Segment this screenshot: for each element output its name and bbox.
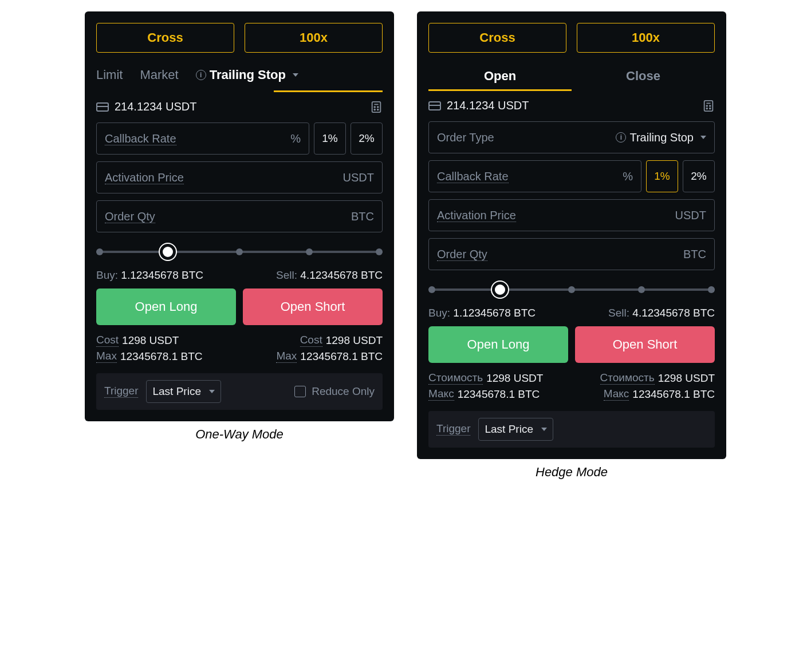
activation-price-label: Activation Price xyxy=(437,209,516,222)
wallet-icon xyxy=(96,102,109,112)
max-value-short: 12345678.1 BTC xyxy=(300,350,383,363)
cost-value-long: 1298 USDT xyxy=(486,372,543,385)
trigger-select[interactable]: Last Price xyxy=(478,418,553,441)
order-qty-label: Order Qty xyxy=(437,248,487,261)
svg-point-3 xyxy=(377,106,379,108)
open-long-button[interactable]: Open Long xyxy=(428,326,568,363)
svg-point-5 xyxy=(377,109,379,110)
info-icon[interactable]: i xyxy=(196,70,206,80)
tab-open[interactable]: Open xyxy=(428,63,572,89)
callback-rate-input[interactable]: Callback Rate % xyxy=(428,160,641,192)
cost-value-short: 1298 USDT xyxy=(326,334,383,347)
svg-point-10 xyxy=(706,108,707,109)
tab-limit[interactable]: Limit xyxy=(96,63,123,87)
activation-price-unit: USDT xyxy=(343,171,374,184)
tab-trailing-stop[interactable]: i Trailing Stop xyxy=(196,63,298,87)
svg-point-4 xyxy=(374,109,375,110)
activation-price-input[interactable]: Activation Price USDT xyxy=(428,199,715,231)
svg-rect-0 xyxy=(372,101,381,112)
callback-rate-label: Callback Rate xyxy=(105,132,176,145)
sell-value: 4.12345678 BTC xyxy=(632,307,715,319)
slider-thumb[interactable] xyxy=(160,244,176,260)
order-type-tabs: Limit Market i Trailing Stop xyxy=(96,63,383,87)
order-qty-unit: BTC xyxy=(351,210,374,223)
callback-rate-input[interactable]: Callback Rate % xyxy=(96,122,309,155)
chevron-down-icon xyxy=(700,136,706,139)
margin-mode-button[interactable]: Cross xyxy=(96,23,234,53)
leverage-button[interactable]: 100x xyxy=(577,23,715,53)
chevron-down-icon xyxy=(541,428,547,431)
cost-label-short: Cost xyxy=(300,334,322,347)
trigger-value: Last Price xyxy=(485,423,533,436)
callback-rate-unit: % xyxy=(623,170,633,183)
reduce-only-toggle[interactable]: Reduce Only xyxy=(294,385,375,398)
svg-rect-6 xyxy=(704,100,713,110)
order-qty-label: Order Qty xyxy=(105,210,155,223)
svg-point-9 xyxy=(710,105,711,106)
balance-value: 214.1234 USDT xyxy=(115,100,196,113)
svg-point-2 xyxy=(374,106,375,108)
order-qty-input[interactable]: Order Qty BTC xyxy=(96,200,383,232)
max-value-short: 12345678.1 BTC xyxy=(632,388,715,401)
trigger-label: Trigger xyxy=(104,385,138,398)
cost-value-long: 1298 USDT xyxy=(122,334,179,347)
tab-market[interactable]: Market xyxy=(140,63,178,87)
calculator-icon[interactable] xyxy=(370,101,383,113)
reduce-only-label: Reduce Only xyxy=(312,385,375,398)
trigger-label: Trigger xyxy=(436,423,470,436)
info-icon[interactable]: i xyxy=(616,132,626,143)
max-label-short: Макс xyxy=(604,388,629,401)
activation-price-input[interactable]: Activation Price USDT xyxy=(96,161,383,193)
activation-price-unit: USDT xyxy=(675,209,706,222)
chevron-down-icon xyxy=(209,390,215,393)
order-type-select[interactable]: Order Type i Trailing Stop xyxy=(428,121,715,153)
sell-value: 4.12345678 BTC xyxy=(300,269,383,281)
callback-rate-unit: % xyxy=(290,132,301,145)
slider-ticks xyxy=(96,248,383,255)
buy-label: Buy: xyxy=(428,307,450,319)
slider-ticks xyxy=(428,286,715,293)
order-panel-oneway: Cross 100x Limit Market i Trailing Stop … xyxy=(85,11,394,421)
leverage-button[interactable]: 100x xyxy=(245,23,383,53)
balance-value: 214.1234 USDT xyxy=(447,99,529,112)
active-tab-underline xyxy=(428,89,572,91)
wallet-icon xyxy=(428,101,441,110)
callback-chip-2[interactable]: 2% xyxy=(683,160,715,192)
chevron-down-icon xyxy=(293,73,298,77)
order-qty-unit: BTC xyxy=(683,248,706,261)
qty-slider[interactable] xyxy=(428,283,715,297)
slider-thumb[interactable] xyxy=(492,282,508,298)
callback-rate-label: Callback Rate xyxy=(437,170,509,183)
active-tab-underline xyxy=(274,90,383,92)
svg-point-11 xyxy=(710,108,711,109)
max-label-long: Max xyxy=(96,350,117,363)
tab-close[interactable]: Close xyxy=(572,63,715,89)
svg-point-8 xyxy=(706,105,707,106)
buy-label: Buy: xyxy=(96,269,118,281)
order-panel-hedge: Cross 100x Open Close 214.1234 USDT Orde… xyxy=(417,11,726,459)
open-short-button[interactable]: Open Short xyxy=(575,326,715,363)
caption-oneway: One-Way Mode xyxy=(195,427,284,442)
checkbox-icon xyxy=(294,386,306,397)
sell-label: Sell: xyxy=(276,269,297,281)
callback-chip-2[interactable]: 2% xyxy=(351,122,383,155)
qty-slider[interactable] xyxy=(96,245,383,259)
max-label-short: Max xyxy=(276,350,297,363)
cost-label-long: Cost xyxy=(96,334,119,347)
open-short-button[interactable]: Open Short xyxy=(243,288,383,325)
open-long-button[interactable]: Open Long xyxy=(96,288,236,325)
tab-trailing-label: Trailing Stop xyxy=(210,68,286,82)
buy-value: 1.12345678 BTC xyxy=(453,307,536,319)
cost-label-long: Стоимость xyxy=(428,372,483,385)
buy-value: 1.12345678 BTC xyxy=(121,269,203,281)
max-value-long: 12345678.1 BTC xyxy=(458,388,540,401)
max-label-long: Макс xyxy=(428,388,454,401)
position-tabs: Open Close xyxy=(428,63,715,89)
callback-chip-1[interactable]: 1% xyxy=(314,122,346,155)
calculator-icon[interactable] xyxy=(702,100,715,112)
cost-value-short: 1298 USDT xyxy=(658,372,715,385)
order-qty-input[interactable]: Order Qty BTC xyxy=(428,238,715,270)
trigger-select[interactable]: Last Price xyxy=(146,380,221,403)
margin-mode-button[interactable]: Cross xyxy=(428,23,566,53)
callback-chip-1[interactable]: 1% xyxy=(646,160,678,192)
